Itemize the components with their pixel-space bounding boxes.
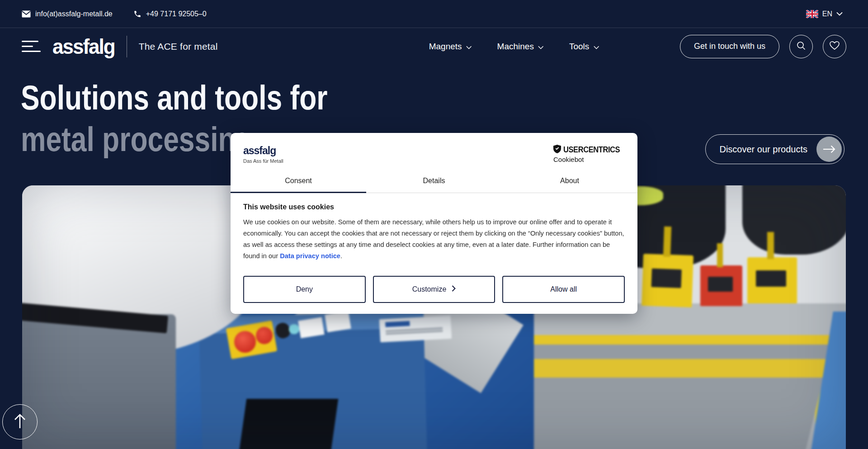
- tab-details[interactable]: Details: [366, 170, 502, 193]
- dialog-tabs: Consent Details About: [231, 170, 637, 193]
- mail-icon: [22, 10, 31, 18]
- main-nav: Magnets Machines Tools: [429, 42, 599, 52]
- uk-flag-icon: [806, 10, 818, 18]
- chevron-down-icon: [836, 12, 843, 16]
- heart-icon: [829, 41, 840, 52]
- header-actions: Get in touch with us: [680, 35, 846, 58]
- allow-all-button[interactable]: Allow all: [502, 276, 625, 303]
- dialog-text: We use cookies on our website. Some of t…: [243, 217, 625, 262]
- vendor-name: USERCENTRICS: [563, 145, 620, 155]
- phone-text: +49 7171 92505–0: [146, 10, 207, 18]
- nav-item-magnets[interactable]: Magnets: [429, 42, 472, 52]
- discover-label: Discover our products: [719, 144, 807, 155]
- dialog-text-suffix: .: [340, 252, 342, 260]
- language-label: EN: [822, 10, 832, 18]
- dialog-brand-tagline: Das Ass für Metall: [243, 158, 283, 164]
- hero-title-line1: Solutions and tools for: [21, 77, 328, 118]
- dialog-brand-name: assfalg: [243, 145, 283, 157]
- dialog-buttons: Deny Customize Allow all: [243, 276, 625, 303]
- header: assfalg The ACE for metal Magnets Machin…: [0, 28, 868, 65]
- tab-consent[interactable]: Consent: [231, 170, 366, 193]
- phone-contact[interactable]: +49 7171 92505–0: [133, 10, 207, 18]
- page: info(at)assfalg-metall.de +49 7171 92505…: [0, 0, 868, 449]
- customize-label: Customize: [412, 285, 447, 293]
- nav-label: Tools: [569, 42, 589, 52]
- arrow-up-icon: [13, 414, 27, 430]
- dialog-heading: This website uses cookies: [243, 203, 625, 211]
- scroll-to-top-button[interactable]: [2, 404, 38, 440]
- chevron-down-icon: [466, 42, 472, 52]
- language-selector[interactable]: EN: [806, 10, 843, 18]
- dialog-header: assfalg Das Ass für Metall USERCENTRICS …: [231, 133, 637, 170]
- favorites-button[interactable]: [823, 35, 846, 58]
- vendor-logo: USERCENTRICS Cookiebot: [553, 145, 625, 163]
- cookie-consent-dialog: assfalg Das Ass für Metall USERCENTRICS …: [231, 133, 637, 314]
- tab-about[interactable]: About: [502, 170, 637, 193]
- customize-button[interactable]: Customize: [373, 276, 495, 303]
- nav-item-tools[interactable]: Tools: [569, 42, 599, 52]
- search-icon: [796, 41, 806, 52]
- vendor-product: Cookiebot: [553, 156, 625, 163]
- discover-products-button[interactable]: Discover our products: [705, 134, 844, 164]
- email-contact[interactable]: info(at)assfalg-metall.de: [22, 10, 113, 18]
- logo-divider: [127, 36, 127, 57]
- brand-tagline: The ACE for metal: [139, 41, 218, 52]
- nav-item-machines[interactable]: Machines: [497, 42, 544, 52]
- shield-check-icon: [553, 145, 561, 155]
- chevron-down-icon: [538, 42, 544, 52]
- search-button[interactable]: [789, 35, 813, 58]
- data-privacy-link[interactable]: Data privacy notice: [280, 252, 340, 260]
- arrow-right-icon: [816, 137, 842, 162]
- site-logo[interactable]: assfalg: [52, 34, 115, 58]
- chevron-down-icon: [593, 42, 599, 52]
- nav-label: Magnets: [429, 42, 462, 52]
- chevron-right-icon: [452, 285, 456, 293]
- get-in-touch-button[interactable]: Get in touch with us: [680, 35, 779, 58]
- dialog-brand-logo: assfalg Das Ass für Metall: [243, 145, 283, 164]
- menu-icon[interactable]: [22, 41, 42, 52]
- top-bar: info(at)assfalg-metall.de +49 7171 92505…: [0, 0, 868, 28]
- nav-label: Machines: [497, 42, 534, 52]
- deny-button[interactable]: Deny: [243, 276, 366, 303]
- phone-icon: [133, 10, 142, 18]
- dialog-body: This website uses cookies We use cookies…: [231, 193, 637, 262]
- email-text: info(at)assfalg-metall.de: [35, 10, 113, 18]
